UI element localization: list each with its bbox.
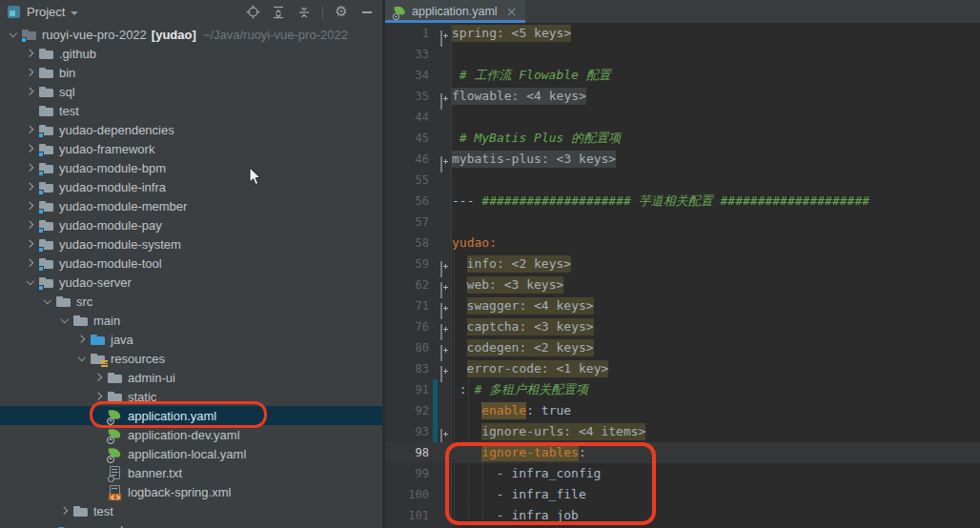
tree-item-yudao-module-pay[interactable]: yudao-module-pay xyxy=(0,215,382,234)
chevron-expanded-icon[interactable] xyxy=(27,277,34,285)
tree-item-yudao-module-infra[interactable]: yudao-module-infra xyxy=(0,177,382,196)
editor-line-34[interactable]: 34# 工作流 Flowable 配置 xyxy=(385,65,980,86)
fold-expand-icon[interactable] xyxy=(440,364,450,374)
code-text[interactable]: spring: <5 keys> xyxy=(452,23,571,44)
tree-item-resources[interactable]: resources xyxy=(0,349,382,368)
editor-line-46[interactable]: 46mybatis-plus: <3 keys> xyxy=(385,149,980,170)
fold-expand-icon[interactable] xyxy=(440,427,450,437)
code-text[interactable]: mybatis-plus: <3 keys> xyxy=(452,149,616,170)
fold-end-icon[interactable] xyxy=(440,175,450,185)
editor-line-56[interactable]: 56--- #################### 芋道相关配置 ######… xyxy=(385,191,980,212)
collapse-all-icon[interactable] xyxy=(296,5,312,20)
tree-item-yudao-module-tool[interactable]: yudao-module-tool xyxy=(0,254,382,273)
code-text[interactable]: codegen: <2 keys> xyxy=(452,337,594,358)
tree-item-main[interactable]: main xyxy=(0,311,382,330)
fold-expand-icon[interactable] xyxy=(440,301,450,311)
code-text[interactable]: # MyBatis Plus 的配置项 xyxy=(452,128,621,149)
fold-expand-icon[interactable] xyxy=(440,29,450,38)
fold-expand-icon[interactable] xyxy=(440,280,450,290)
chevron-collapsed-icon[interactable] xyxy=(26,164,33,172)
chevron-collapsed-icon[interactable] xyxy=(26,145,33,152)
editor-line-58[interactable]: 58yudao: xyxy=(385,233,980,254)
tree-item-yudao-module-member[interactable]: yudao-module-member xyxy=(0,196,382,215)
chevron-collapsed-icon[interactable] xyxy=(26,240,33,248)
close-icon[interactable]: × xyxy=(506,5,518,18)
chevron-expanded-icon[interactable] xyxy=(78,354,86,361)
code-text[interactable]: yudao: xyxy=(452,233,497,254)
chevron-down-icon[interactable] xyxy=(71,11,78,15)
tree-item-application-local.yaml[interactable]: application-local.yaml xyxy=(0,444,382,463)
code-text[interactable]: ignore-urls: <4 items> xyxy=(452,421,645,442)
chevron-collapsed-icon[interactable] xyxy=(26,126,33,133)
locate-icon[interactable] xyxy=(245,5,260,20)
chevron-collapsed-icon[interactable] xyxy=(26,69,33,76)
editor-line-44[interactable]: 44 xyxy=(385,107,980,128)
code-text[interactable]: web: <3 keys> xyxy=(452,274,563,295)
code-text[interactable]: info: <2 keys> xyxy=(452,254,571,274)
editor-line-33[interactable]: 33 xyxy=(385,44,980,65)
code-text[interactable]: enable: true xyxy=(452,400,571,421)
tree-item-application-dev.yaml[interactable]: application-dev.yaml xyxy=(0,425,382,444)
code-text[interactable]: swagger: <4 keys> xyxy=(452,295,594,316)
tab-application-yaml[interactable]: application.yaml × xyxy=(385,0,525,23)
fold-collapse-icon[interactable] xyxy=(440,238,450,248)
editor-line-62[interactable]: 62web: <3 keys> xyxy=(385,274,980,295)
fold-start-icon[interactable] xyxy=(440,196,450,206)
tree-item-bin[interactable]: bin xyxy=(0,63,382,82)
code-text[interactable]: # 工作流 Flowable 配置 xyxy=(452,65,611,86)
chevron-collapsed-icon[interactable] xyxy=(26,221,33,229)
tree-item-ruoyi-vue-pro-2022[interactable]: ruoyi-vue-pro-2022[yudao]~/Java/ruoyi-vu… xyxy=(0,25,382,44)
tree-item-yudao-module-system[interactable]: yudao-module-system xyxy=(0,234,382,254)
fold-expand-icon[interactable] xyxy=(440,91,450,101)
code-text[interactable]: flowable: <4 keys> xyxy=(452,86,586,107)
editor-line-71[interactable]: 71swagger: <4 keys> xyxy=(385,295,980,316)
editor-line-35[interactable]: 35flowable: <4 keys> xyxy=(385,86,980,107)
editor-line-76[interactable]: 76captcha: <3 keys> xyxy=(385,316,980,337)
chevron-collapsed-icon[interactable] xyxy=(26,183,33,191)
editor-line-45[interactable]: 45# MyBatis Plus 的配置项 xyxy=(385,128,980,149)
tree-item-banner.txt[interactable]: banner.txt xyxy=(0,463,382,482)
editor-line-55[interactable]: 55 xyxy=(385,170,980,191)
fold-expand-icon[interactable] xyxy=(440,154,450,164)
chevron-expanded-icon[interactable] xyxy=(44,296,51,304)
tree-item-logback-spring.xml[interactable]: logback-spring.xml xyxy=(0,482,382,501)
settings-icon[interactable]: ⚙ xyxy=(334,5,349,20)
editor-line-92[interactable]: 92enable: true xyxy=(385,400,980,421)
chevron-collapsed-icon[interactable] xyxy=(94,393,102,400)
fold-expand-icon[interactable] xyxy=(440,343,450,353)
tree-item-src[interactable]: src xyxy=(0,292,382,311)
chevron-collapsed-icon[interactable] xyxy=(26,259,33,267)
tree-item-sql[interactable]: sql xyxy=(0,82,382,101)
hide-panel-icon[interactable] xyxy=(359,5,375,20)
editor-line-1[interactable]: 1spring: <5 keys> xyxy=(385,23,980,44)
editor-line-80[interactable]: 80codegen: <2 keys> xyxy=(385,337,980,358)
editor-line-93[interactable]: 93ignore-urls: <4 items> xyxy=(385,421,980,442)
fold-expand-icon[interactable] xyxy=(440,259,450,269)
chevron-collapsed-icon[interactable] xyxy=(94,374,102,381)
code-text[interactable]: : # 多租户相关配置项 xyxy=(452,379,588,400)
chevron-collapsed-icon[interactable] xyxy=(77,335,85,343)
tree-item-yudao-module-bpm[interactable]: yudao-module-bpm xyxy=(0,158,382,177)
tree-item-test[interactable]: test xyxy=(0,501,382,520)
chevron-collapsed-icon[interactable] xyxy=(26,202,33,210)
editor-line-91[interactable]: 91: # 多租户相关配置项 xyxy=(385,379,980,400)
chevron-collapsed-icon[interactable] xyxy=(26,50,33,57)
tree-item-yudao-framework[interactable]: yudao-framework xyxy=(0,139,382,158)
tree-item-yudao-server[interactable]: yudao-server xyxy=(0,273,382,292)
tree-item-yudao-dependencies[interactable]: yudao-dependencies xyxy=(0,120,382,139)
editor-line-57[interactable]: 57 xyxy=(385,212,980,233)
tree-item-.github[interactable]: .github xyxy=(0,44,382,63)
expand-all-icon[interactable] xyxy=(271,5,286,20)
tree-item-test[interactable]: test xyxy=(0,101,382,120)
chevron-collapsed-icon[interactable] xyxy=(26,88,33,95)
editor-line-59[interactable]: 59info: <2 keys> xyxy=(385,254,980,274)
chevron-expanded-icon[interactable] xyxy=(10,30,17,37)
tree-item-admin-ui[interactable]: admin-ui xyxy=(0,368,382,387)
fold-expand-icon[interactable] xyxy=(440,322,450,332)
tree-item-pom.xml[interactable]: mpom.xml xyxy=(0,520,382,528)
chevron-collapsed-icon[interactable] xyxy=(60,507,68,515)
tree-item-java[interactable]: java xyxy=(0,330,382,349)
code-text[interactable]: error-code: <1 key> xyxy=(452,358,608,379)
editor-line-83[interactable]: 83error-code: <1 key> xyxy=(385,358,980,379)
chevron-expanded-icon[interactable] xyxy=(61,315,69,323)
